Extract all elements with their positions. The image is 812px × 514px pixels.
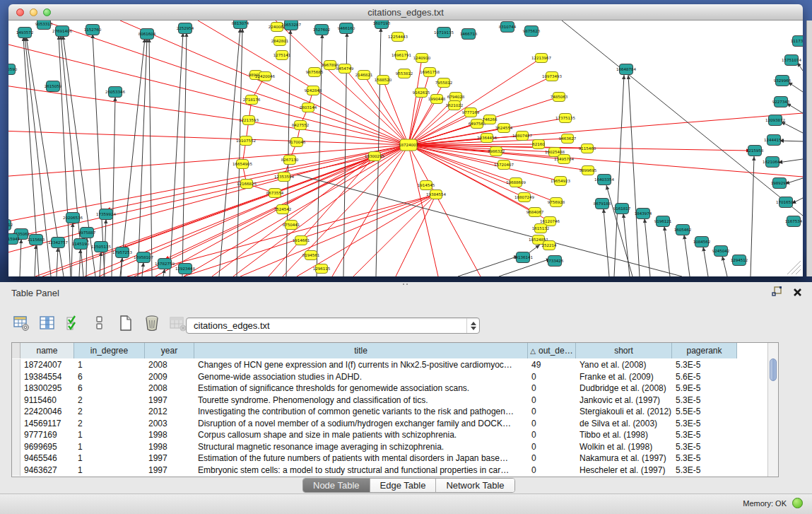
table-cell[interactable]: 9777169 (20, 429, 74, 441)
graph-node[interactable]: 9466160 (338, 23, 355, 34)
graph-node[interactable]: 9899695 (579, 166, 597, 175)
table-cell[interactable]: de Silva et al. (2003) (576, 418, 672, 430)
table-cell[interactable]: Nakamura et al. (1997) (576, 452, 672, 465)
graph-node[interactable]: 19654923 (551, 177, 570, 186)
table-scrollbar[interactable] (767, 343, 778, 477)
graph-node[interactable]: 12342757 (48, 238, 68, 248)
graph-node[interactable]: 6794028 (447, 93, 465, 102)
table-cell[interactable]: Embryonic stem cells: a model to study s… (194, 465, 528, 477)
graph-node[interactable]: 8454749 (336, 64, 354, 74)
graph-node[interactable]: 9227343 (772, 97, 790, 107)
table-cell[interactable]: 5.9E-5 (672, 382, 737, 395)
table-cell[interactable]: 1 (74, 465, 145, 477)
table-cell[interactable]: Genome-wide association studies in ADHD. (194, 371, 528, 383)
table-cell[interactable]: 1998 (145, 441, 194, 453)
table-cell[interactable]: 5.6E-5 (672, 371, 737, 383)
graph-node[interactable]: 9161817 (613, 204, 631, 214)
graph-node[interactable]: 18724007 (399, 139, 418, 151)
graph-node[interactable]: 20206536 (63, 213, 83, 223)
graph-node[interactable]: 1084562 (693, 237, 711, 247)
graph-node[interactable]: 1115683 (28, 235, 45, 245)
graph-node[interactable]: 9245042 (712, 246, 730, 257)
table-cell[interactable]: 1 (74, 441, 145, 453)
table-row[interactable]: 969969511998Structural magnetic resonanc… (12, 441, 737, 453)
column-header-short[interactable]: short (576, 343, 672, 358)
table-cell[interactable]: Jankovic et al. (1997) (576, 395, 672, 407)
graph-node[interactable]: 1145190 (72, 239, 90, 250)
graph-node[interactable]: 8310744 (499, 22, 517, 33)
table-cell[interactable]: 5.3E-5 (672, 441, 737, 453)
table-cell[interactable]: 14569117 (20, 418, 74, 430)
graph-node[interactable]: 17016504 (776, 197, 796, 208)
table-row[interactable]: 1872400712008Changes of HCN gene express… (12, 359, 737, 371)
table-cell[interactable]: 5.3E-5 (672, 429, 737, 441)
table-cell[interactable]: Investigating the contribution of common… (194, 406, 528, 418)
select-all-rows-icon[interactable] (64, 313, 83, 333)
table-cell[interactable]: 2 (74, 395, 145, 407)
graph-node[interactable]: 1615132 (532, 224, 550, 233)
graph-node[interactable]: 8194561 (302, 251, 320, 260)
network-canvas[interactable]: 1872400718300295193845541914545989013224… (8, 21, 803, 276)
graph-node[interactable]: 20364456 (477, 134, 497, 143)
graph-node[interactable]: 9875623 (523, 26, 541, 37)
graph-node[interactable]: 1621022 (446, 101, 464, 110)
graph-node[interactable]: 12923448 (175, 264, 195, 274)
graph-node[interactable]: 7955812 (435, 78, 453, 88)
table-cell[interactable]: 9465546 (20, 452, 74, 465)
table-cell[interactable]: 2009 (145, 371, 194, 383)
table-row[interactable]: 1938455462009Genome-wide association stu… (12, 371, 737, 383)
delete-icon[interactable] (142, 313, 162, 333)
column-header-out-de-[interactable]: △out_de… (528, 343, 576, 358)
window-titlebar[interactable]: citations_edges.txt (8, 4, 803, 21)
table-cell[interactable]: 1997 (145, 465, 194, 477)
table-cell[interactable]: Tourette syndrome. Phenomenology and cla… (194, 395, 528, 407)
delete-table-icon[interactable] (168, 313, 188, 333)
table-cell[interactable]: 5.3E-5 (672, 418, 737, 430)
table-cell[interactable]: Disruption of a novel member of a sodium… (194, 418, 528, 430)
graph-node[interactable]: 9170046 (288, 138, 306, 147)
table-cell[interactable]: 0 (528, 452, 576, 465)
table-cell[interactable]: Hescheler et al. (1997) (576, 465, 672, 477)
new-document-icon[interactable] (116, 313, 136, 333)
tab-edge-table[interactable]: Edge Table (370, 479, 437, 492)
table-cell[interactable]: Tibbo et al. (1998) (576, 429, 672, 441)
table-cell[interactable]: Structural magnetic resonance image aver… (194, 441, 528, 453)
graph-node[interactable]: 8267130 (281, 156, 299, 165)
graph-node[interactable]: 7986322 (488, 147, 505, 156)
graph-node[interactable]: 2615059 (45, 81, 62, 92)
graph-node[interactable]: 14136141 (513, 252, 533, 263)
network-view[interactable]: 1872400718300295193845541914545989013224… (8, 21, 803, 276)
graph-node[interactable]: 12093872 (765, 115, 785, 126)
table-cell[interactable]: 22420046 (20, 406, 74, 418)
graph-node[interactable]: 2146821 (355, 71, 373, 80)
table-cell[interactable]: 0 (528, 382, 576, 395)
graph-node[interactable]: 10719135 (434, 28, 454, 38)
graph-node[interactable]: 12444158 (764, 135, 784, 146)
graph-node[interactable]: 7485063 (551, 93, 568, 102)
graph-node[interactable]: 8215958 (746, 146, 764, 156)
graph-node[interactable]: 16648784 (616, 64, 636, 75)
graph-node[interactable]: 9684067 (526, 208, 544, 217)
graph-node[interactable]: 1605462 (674, 225, 692, 235)
graph-node[interactable]: 1240910 (413, 54, 431, 63)
column-header-year[interactable]: year (145, 343, 194, 358)
table-row[interactable]: 911546021997Tourette syndrome. Phenomeno… (12, 395, 737, 407)
graph-node[interactable]: 8679188 (594, 199, 611, 209)
table-cell[interactable]: 6 (74, 371, 145, 383)
table-cell[interactable]: 5.5E-5 (672, 406, 737, 418)
table-cell[interactable]: 0 (528, 441, 576, 453)
table-cell[interactable]: 1998 (145, 429, 194, 441)
table-cell[interactable]: 1997 (145, 452, 194, 465)
show-columns-icon[interactable] (37, 313, 57, 333)
graph-node[interactable]: 1294512 (731, 255, 748, 266)
graph-node[interactable]: 9875685 (306, 68, 324, 77)
graph-node[interactable]: 16654905 (233, 160, 252, 169)
graph-node[interactable]: 9756928 (548, 198, 565, 207)
graph-node[interactable]: 15751074 (782, 55, 801, 66)
graph-node[interactable]: 16961791 (392, 51, 411, 60)
graph-node[interactable]: 12213967 (531, 54, 551, 63)
column-header-title[interactable]: title (194, 343, 528, 358)
graph-node[interactable]: 12166825 (237, 180, 257, 189)
graph-node[interactable]: 10107552 (236, 136, 256, 146)
graph-node[interactable]: 9242848 (305, 86, 322, 95)
